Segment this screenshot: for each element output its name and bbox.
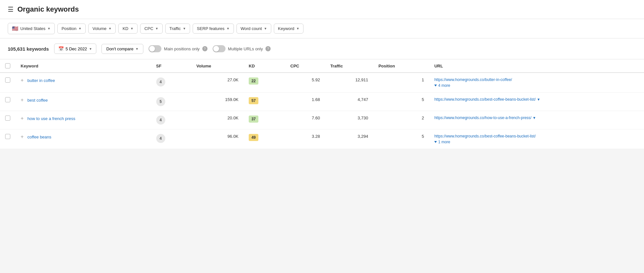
- keywords-table: Keyword SF Volume KD CPC Traffic Positio…: [0, 59, 644, 149]
- toolbar: 105,631 keywords 📅 5 Dec 2022 ▼ Don't co…: [0, 38, 644, 59]
- more-urls-link[interactable]: 4 more: [434, 83, 639, 88]
- traffic-cell: 12,911: [325, 73, 373, 93]
- kd-cell: 49: [244, 129, 285, 149]
- filter-label: SERP features: [197, 26, 225, 31]
- filter-wordcount[interactable]: Word count ▼: [236, 24, 271, 34]
- filter-label: Keyword: [278, 26, 294, 31]
- cpc-cell: 3.28: [285, 129, 325, 149]
- keyword-link[interactable]: butter in coffee: [27, 78, 55, 83]
- kd-cell: 22: [244, 73, 285, 93]
- url-cell: https://www.homegrounds.co/best-coffee-b…: [429, 129, 644, 149]
- add-keyword-button[interactable]: +: [21, 116, 24, 121]
- col-url: URL: [429, 59, 644, 73]
- triangle-down-icon: [434, 141, 437, 143]
- kd-badge: 37: [249, 116, 258, 123]
- toggle-knob: [213, 46, 219, 52]
- add-keyword-button[interactable]: +: [21, 134, 24, 139]
- filter-bar: 🇺🇸United States ▼Position ▼Volume ▼KD ▼C…: [0, 19, 644, 38]
- filter-label: Volume: [92, 26, 106, 31]
- main-positions-toggle[interactable]: [149, 45, 161, 52]
- keyword-link[interactable]: how to use a french press: [27, 116, 75, 121]
- more-label: 1 more: [438, 140, 450, 144]
- keyword-link[interactable]: coffee beans: [27, 135, 51, 139]
- multiple-urls-toggle[interactable]: [213, 45, 226, 52]
- filter-keyword[interactable]: Keyword ▼: [274, 24, 303, 34]
- cpc-cell: 1.68: [285, 93, 325, 111]
- filter-serp[interactable]: SERP features ▼: [193, 24, 234, 34]
- filter-position[interactable]: Position ▼: [57, 24, 86, 34]
- compare-button[interactable]: Don't compare ▼: [101, 44, 143, 54]
- col-traffic: Traffic: [325, 59, 373, 73]
- table-row: + coffee beans 4 96.0K 49 3.28 3,294 5 h…: [0, 129, 644, 149]
- sf-badge: 4: [156, 134, 165, 143]
- add-keyword-button[interactable]: +: [21, 77, 24, 83]
- sf-cell: 4: [151, 73, 191, 93]
- url-chevron[interactable]: ▼: [537, 97, 540, 101]
- url-link[interactable]: https://www.homegrounds.co/how-to-use-a-…: [434, 116, 531, 120]
- toggle-knob: [149, 46, 155, 52]
- col-position: Position: [373, 59, 429, 73]
- more-urls-link[interactable]: 1 more: [434, 140, 639, 144]
- sf-badge: 4: [156, 116, 165, 125]
- kd-badge: 49: [249, 134, 258, 141]
- more-label: 4 more: [438, 83, 450, 88]
- keyword-cell: + coffee beans: [15, 129, 151, 149]
- table-row: + best coffee 5 159.0K 57 1.68 4,747 5 h…: [0, 93, 644, 111]
- chevron-down-icon: ▼: [78, 27, 82, 30]
- sf-badge: 4: [156, 77, 165, 86]
- add-keyword-button[interactable]: +: [21, 97, 24, 103]
- triangle-down-icon: [434, 85, 437, 86]
- url-chevron[interactable]: ▼: [533, 116, 536, 120]
- filter-kd[interactable]: KD ▼: [118, 24, 138, 34]
- keyword-cell: + best coffee: [15, 93, 151, 111]
- row-checkbox[interactable]: [5, 97, 10, 102]
- col-volume: Volume: [191, 59, 244, 73]
- filter-volume[interactable]: Volume ▼: [88, 24, 116, 34]
- filter-cpc[interactable]: CPC ▼: [140, 24, 162, 34]
- url-cell: https://www.homegrounds.co/butter-in-cof…: [429, 73, 644, 93]
- kd-badge: 57: [249, 97, 258, 104]
- row-checkbox-cell: [0, 111, 15, 129]
- position-cell: 5: [373, 93, 429, 111]
- table-row: + butter in coffee 4 27.0K 22 5.92 12,91…: [0, 73, 644, 93]
- url-cell: https://www.homegrounds.co/best-coffee-b…: [429, 93, 644, 111]
- sf-cell: 4: [151, 111, 191, 129]
- url-link[interactable]: https://www.homegrounds.co/best-coffee-b…: [434, 134, 536, 138]
- volume-cell: 20.0K: [191, 111, 244, 129]
- hamburger-icon[interactable]: ☰: [8, 5, 14, 13]
- row-checkbox[interactable]: [5, 77, 10, 83]
- row-checkbox[interactable]: [5, 116, 10, 121]
- chevron-down-icon: ▼: [47, 27, 51, 30]
- position-cell: 1: [373, 73, 429, 93]
- filter-country[interactable]: 🇺🇸United States ▼: [8, 23, 55, 34]
- calendar-icon: 📅: [58, 46, 64, 51]
- position-cell: 2: [373, 111, 429, 129]
- select-all-cell: [0, 59, 15, 73]
- row-checkbox[interactable]: [5, 134, 10, 139]
- keywords-count: 105,631 keywords: [8, 46, 49, 52]
- position-cell: 5: [373, 129, 429, 149]
- chevron-down-icon: ▼: [183, 27, 186, 30]
- chevron-down-icon: ▼: [130, 27, 133, 30]
- cpc-cell: 7.60: [285, 111, 325, 129]
- flag-icon: 🇺🇸: [12, 25, 18, 32]
- help-icon[interactable]: ?: [202, 46, 207, 51]
- keyword-link[interactable]: best coffee: [27, 98, 48, 103]
- main-positions-toggle-group: Main positions only ?: [149, 45, 207, 52]
- traffic-cell: 4,747: [325, 93, 373, 111]
- url-link[interactable]: https://www.homegrounds.co/butter-in-cof…: [434, 77, 512, 82]
- filter-label: Word count: [241, 26, 262, 31]
- sf-cell: 4: [151, 129, 191, 149]
- keyword-cell: + butter in coffee: [15, 73, 151, 93]
- col-sf: SF: [151, 59, 191, 73]
- date-button[interactable]: 📅 5 Dec 2022 ▼: [54, 44, 96, 54]
- compare-label: Don't compare: [106, 46, 133, 51]
- table-row: + how to use a french press 4 20.0K 37 7…: [0, 111, 644, 129]
- url-link[interactable]: https://www.homegrounds.co/best-coffee-b…: [434, 97, 536, 102]
- select-all-checkbox[interactable]: [5, 63, 10, 68]
- traffic-cell: 3,730: [325, 111, 373, 129]
- help-icon[interactable]: ?: [265, 46, 271, 51]
- volume-cell: 159.0K: [191, 93, 244, 111]
- filter-traffic[interactable]: Traffic ▼: [165, 24, 190, 34]
- chevron-down-icon: ▼: [226, 27, 230, 30]
